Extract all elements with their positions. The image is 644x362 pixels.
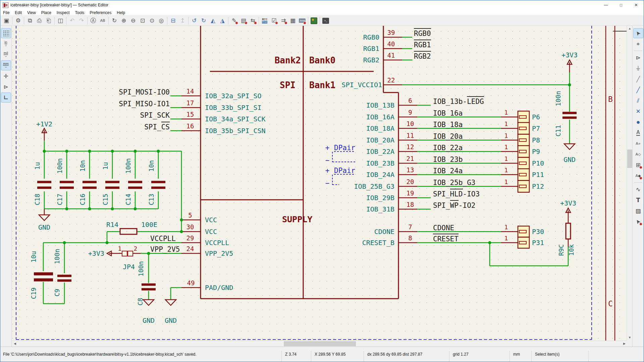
scroll-up-arrow[interactable]: ▲ xyxy=(627,26,633,32)
pin-number[interactable]: 10 xyxy=(407,120,414,127)
place-text-button[interactable]: T xyxy=(634,195,643,205)
edit-page-settings-button[interactable]: ⧉ xyxy=(25,16,35,25)
place-symbol-button[interactable]: ⊳ xyxy=(634,53,643,62)
place-power-port-button[interactable]: ⏚ xyxy=(634,64,643,73)
scrollbar-horizontal[interactable]: ◀ ▶ xyxy=(12,341,627,346)
scrollbar-vertical-thumb[interactable] xyxy=(627,149,632,168)
redo-button[interactable]: ↷ xyxy=(77,16,86,25)
pin-number[interactable]: 19 xyxy=(407,189,414,197)
net-label[interactable]: CDONE xyxy=(433,224,454,232)
junction[interactable] xyxy=(88,150,91,153)
pin-name[interactable]: P30 xyxy=(532,228,544,236)
symbol-fields-table-button[interactable]: ▦ xyxy=(288,16,298,25)
schematic-setup-button[interactable]: ⚙ xyxy=(13,16,23,25)
pin-name[interactable]: +1V2 xyxy=(36,120,52,128)
pin-number[interactable]: 1 xyxy=(504,167,508,174)
junction[interactable] xyxy=(568,83,571,86)
global-label-button[interactable]: A» xyxy=(634,139,643,148)
pin-name[interactable]: GND xyxy=(165,316,177,324)
pin-name[interactable]: CDONE xyxy=(374,228,394,236)
ref-value[interactable]: R9C xyxy=(557,244,565,256)
bom-button[interactable]: .bom xyxy=(298,16,307,25)
pin-name[interactable]: IOB_31B xyxy=(366,205,394,213)
plot-button[interactable]: ⎗ xyxy=(44,16,53,25)
find-replace-button[interactable]: AB xyxy=(98,16,107,25)
no-connect-button[interactable]: ✕ xyxy=(634,107,643,116)
ref-value[interactable]: C17 xyxy=(56,194,63,205)
jumper-pad[interactable] xyxy=(122,251,127,256)
erc-button[interactable]: ☑ xyxy=(269,16,279,25)
pin-name[interactable]: VPP_2V5 xyxy=(205,249,233,257)
pin-name[interactable]: IOB_23B xyxy=(366,159,394,167)
junction[interactable] xyxy=(106,241,109,244)
pin-name[interactable]: CRESET_B xyxy=(362,239,394,247)
net-label[interactable]: IOB_25b_G3 xyxy=(433,179,475,187)
net-label[interactable]: IOB_23b xyxy=(433,156,463,164)
connector-cell[interactable] xyxy=(518,226,529,237)
highlight-net-button[interactable]: ⌖ xyxy=(634,39,643,49)
dpair-note[interactable]: DPair xyxy=(334,167,355,175)
net-label[interactable]: RGB1 xyxy=(414,41,431,49)
menu-help[interactable]: Help xyxy=(114,10,128,15)
pin-name[interactable]: IOB_22A xyxy=(366,147,394,156)
section-header[interactable]: Bank0 xyxy=(309,55,335,65)
dpair-note[interactable]: + xyxy=(325,167,330,175)
pin-number[interactable]: 1 xyxy=(504,143,508,150)
pin-name[interactable]: JP4 xyxy=(123,263,135,271)
net-label[interactable]: SPI_HLD-IO3 xyxy=(433,190,480,198)
ref-value[interactable]: C15 xyxy=(102,194,109,205)
pin-number[interactable]: 20 xyxy=(407,178,414,185)
net-label[interactable]: IOB_20a xyxy=(433,132,463,140)
junction[interactable] xyxy=(65,150,68,153)
pin-name[interactable]: RGB1 xyxy=(363,45,379,53)
ref-value[interactable]: 10n xyxy=(79,160,86,172)
place-image-button[interactable]: ▨ xyxy=(634,206,643,216)
junction[interactable] xyxy=(134,150,137,153)
menu-edit[interactable]: Edit xyxy=(12,10,24,15)
net-label[interactable]: VCCPLL xyxy=(150,235,176,243)
junction[interactable] xyxy=(88,207,91,210)
net-label[interactable]: SPI_MOSI-IO0 xyxy=(119,88,170,96)
delete-tool-button[interactable]: ➤ xyxy=(634,217,643,226)
pin-number[interactable]: 2 xyxy=(134,245,138,252)
pin-number[interactable]: 16 xyxy=(186,122,194,130)
pin-number[interactable]: 39 xyxy=(387,29,395,36)
pin-number[interactable]: 17 xyxy=(186,99,194,107)
pin-name[interactable]: P12 xyxy=(532,182,544,190)
junction[interactable] xyxy=(111,150,114,153)
ref-value[interactable]: C13 xyxy=(148,194,155,205)
net-label[interactable]: IOB_16a xyxy=(433,109,463,117)
ref-value[interactable]: 100n xyxy=(124,158,132,174)
pin-name[interactable]: RGB2 xyxy=(363,56,379,64)
pin-number[interactable]: 1 xyxy=(504,120,508,127)
units-inches-button[interactable]: in↔ xyxy=(1,39,11,49)
zoom-out-button[interactable]: ⊖ xyxy=(128,16,138,25)
pin-number[interactable]: 1 xyxy=(504,178,508,185)
ref-value[interactable]: 1u xyxy=(102,162,109,170)
edit-symbol-button[interactable]: ✎ xyxy=(229,16,239,25)
dpair-note[interactable]: − xyxy=(325,157,330,165)
section-header[interactable]: Bank2 xyxy=(275,55,301,65)
rotate-ccw-button[interactable]: ↺ xyxy=(190,16,199,25)
net-label-button[interactable]: A xyxy=(634,128,643,137)
menu-inspect[interactable]: Inspect xyxy=(54,10,72,15)
schematic-canvas[interactable]: 1417151653029244939404122691011122113201… xyxy=(12,26,627,341)
save-button[interactable]: ▣ xyxy=(2,16,11,25)
update-symbols-button[interactable]: ⇆ xyxy=(248,16,258,25)
pin-number[interactable]: 49 xyxy=(187,279,195,287)
pin-number[interactable]: 30 xyxy=(186,223,194,231)
menu-place[interactable]: Place xyxy=(39,10,54,15)
pin-name[interactable]: IOB_16A xyxy=(366,113,394,121)
ref-value[interactable]: C16 xyxy=(79,194,86,205)
junction[interactable] xyxy=(65,207,68,210)
ref-value[interactable]: 100n xyxy=(554,91,562,106)
show-hidden-pins-button[interactable]: ⊳ xyxy=(1,82,11,92)
pin-name[interactable]: P31 xyxy=(532,239,544,247)
annotate-button[interactable]: R??R42 xyxy=(260,16,269,25)
pin-number[interactable]: 13 xyxy=(407,166,414,174)
menu-view[interactable]: View xyxy=(24,10,39,15)
pin-name[interactable]: GND xyxy=(143,316,155,324)
pin-number[interactable]: 1 xyxy=(504,109,508,116)
leave-sheet-button[interactable]: ↥ xyxy=(178,16,187,25)
pin-name[interactable]: GND xyxy=(564,156,576,164)
